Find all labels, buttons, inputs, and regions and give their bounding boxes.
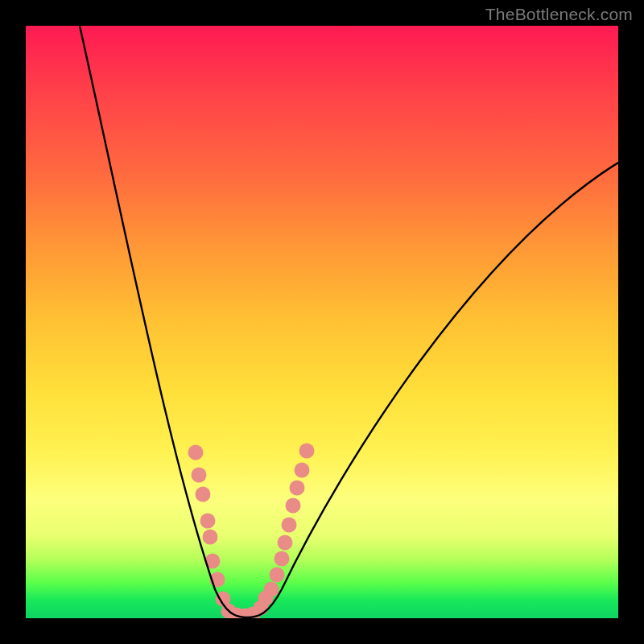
data-marker — [290, 481, 305, 496]
bottleneck-curve — [80, 26, 618, 617]
data-marker — [278, 535, 293, 551]
data-marker — [282, 518, 297, 533]
data-marker — [286, 498, 301, 514]
marker-group — [188, 444, 315, 619]
data-marker — [192, 468, 207, 483]
plot-area — [26, 26, 618, 618]
watermark: TheBottleneck.com — [485, 5, 633, 24]
chart-frame: TheBottleneck.com — [0, 0, 644, 644]
data-marker — [196, 487, 211, 502]
chart-svg — [26, 26, 618, 618]
data-marker — [299, 444, 315, 459]
data-marker — [295, 463, 310, 478]
data-marker — [200, 514, 216, 529]
data-marker — [270, 568, 285, 583]
data-marker — [188, 445, 204, 460]
data-marker — [264, 582, 279, 597]
data-marker — [275, 551, 290, 567]
data-marker — [203, 530, 218, 545]
